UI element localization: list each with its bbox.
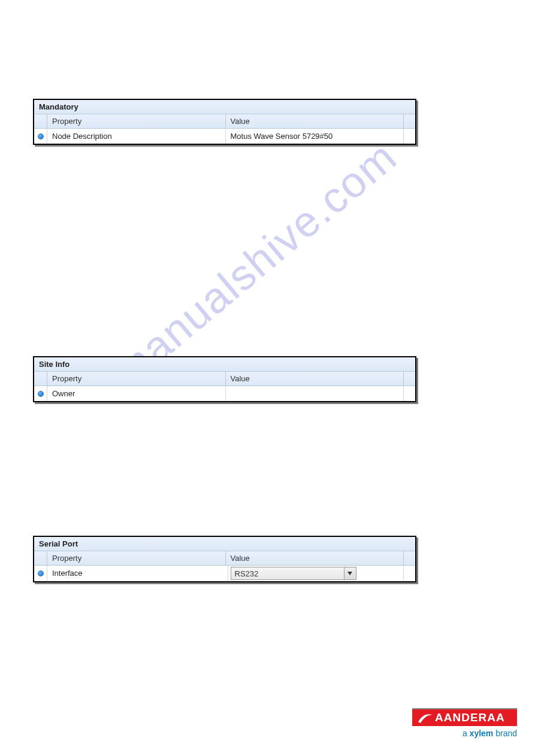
footer: AANDERAA a xylem brand xyxy=(412,708,517,738)
dropdown-arrow-button[interactable] xyxy=(344,567,356,579)
property-cell: Node Description xyxy=(47,129,226,144)
header-property: Property xyxy=(47,551,226,565)
bullet-icon xyxy=(38,133,44,139)
logo-swoosh-icon xyxy=(417,711,434,724)
header-bullet-col xyxy=(34,114,47,128)
table-row[interactable]: Node Description Motus Wave Sensor 5729#… xyxy=(34,129,415,144)
header-end-col xyxy=(403,372,415,385)
bullet-icon xyxy=(38,391,44,397)
site-info-panel: Site Info Property Value Owner xyxy=(33,356,416,402)
dropdown-selected-text: RS232 xyxy=(231,568,344,579)
value-cell[interactable] xyxy=(226,386,404,401)
value-cell: RS232 xyxy=(228,566,404,581)
panel-title-serial-port: Serial Port xyxy=(34,537,415,551)
panel-title-mandatory: Mandatory xyxy=(34,100,415,114)
row-end-col xyxy=(403,566,415,581)
aanderaa-logo: AANDERAA xyxy=(412,708,517,726)
mandatory-panel: Mandatory Property Value Node Descriptio… xyxy=(33,99,416,145)
header-value: Value xyxy=(226,372,404,385)
logo-text: AANDERAA xyxy=(435,711,505,724)
table-row[interactable]: Interface RS232 xyxy=(34,566,415,581)
header-property: Property xyxy=(47,372,226,385)
serial-port-panel: Serial Port Property Value Interface RS2… xyxy=(33,536,416,582)
header-end-col xyxy=(403,114,415,128)
header-property: Property xyxy=(47,114,226,128)
property-cell: Owner xyxy=(47,386,226,401)
header-row: Property Value xyxy=(34,372,415,386)
row-end-col xyxy=(403,129,415,144)
header-row: Property Value xyxy=(34,551,415,566)
tagline-suffix: brand xyxy=(493,728,517,738)
chevron-down-icon xyxy=(347,572,352,575)
property-cell: Interface xyxy=(47,566,228,581)
header-value: Value xyxy=(226,114,404,128)
row-end-col xyxy=(403,386,415,401)
header-end-col xyxy=(403,551,415,565)
header-bullet-col xyxy=(34,551,47,565)
bullet-icon xyxy=(38,570,44,576)
tagline-prefix: a xyxy=(463,728,470,738)
tagline: a xylem brand xyxy=(412,728,517,738)
header-row: Property Value xyxy=(34,114,415,129)
value-cell[interactable]: Motus Wave Sensor 5729#50 xyxy=(226,129,404,144)
interface-dropdown[interactable]: RS232 xyxy=(231,567,356,580)
header-bullet-col xyxy=(34,372,47,385)
panel-title-site-info: Site Info xyxy=(34,357,415,372)
tagline-brand: xylem xyxy=(470,728,494,738)
row-bullet-col xyxy=(34,386,47,401)
row-bullet-col xyxy=(34,566,47,581)
row-bullet-col xyxy=(34,129,47,144)
header-value: Value xyxy=(226,551,404,565)
table-row[interactable]: Owner xyxy=(34,386,415,401)
